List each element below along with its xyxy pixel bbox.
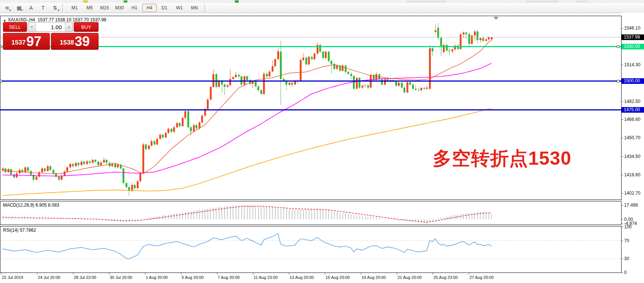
timeframe-D1[interactable]: D1 — [157, 4, 172, 12]
candle-body — [123, 168, 124, 183]
candle-body — [420, 88, 422, 90]
candle-body — [187, 111, 189, 127]
text-box-icon[interactable]: T — [38, 4, 48, 12]
chart-text-annotation[interactable]: 多空转折点1530 — [433, 146, 571, 171]
hline-handle[interactable] — [0, 46, 2, 48]
candle-body — [148, 146, 150, 149]
time-tick-label: 27 Aug 20:00 — [469, 275, 494, 280]
arrange-objects-icon[interactable]: ⇅▾ — [50, 4, 60, 12]
candle-body — [58, 177, 60, 180]
candle-body — [94, 160, 96, 162]
sell-price-pips: 97 — [26, 35, 41, 48]
rsi-indicator-plot[interactable] — [0, 226, 622, 273]
candle-body — [480, 38, 481, 40]
candle-body — [435, 30, 436, 31]
candle-body — [232, 77, 234, 79]
price-badge-1537.98: 1537.98 — [622, 34, 644, 40]
candle-body — [36, 177, 37, 180]
timeframe-M1[interactable]: M1 — [67, 4, 82, 12]
candle-body — [139, 173, 141, 181]
candle-body — [244, 76, 245, 85]
volume-input[interactable]: 1.00 — [36, 22, 65, 31]
buy-button[interactable]: BUY — [74, 22, 99, 32]
price-axis[interactable]: 1546.101514.301482.501466.601450.701434.… — [622, 13, 644, 273]
candle-body — [291, 83, 293, 85]
candle-body — [437, 28, 439, 38]
indicators-icon[interactable]: ≋E — [2, 4, 12, 12]
timeframe-H4[interactable]: H4 — [142, 4, 157, 12]
candle-body — [448, 51, 450, 51]
timeframe-M30[interactable]: M30 — [112, 4, 127, 12]
candle-body — [429, 48, 431, 89]
candle-body — [10, 169, 12, 174]
volume-increase-button[interactable]: ▲ — [65, 22, 73, 31]
timeframe-MN[interactable]: MN — [187, 4, 202, 12]
text-label-icon[interactable]: A — [26, 4, 36, 12]
grid-icon[interactable]: ▦F — [14, 4, 24, 12]
candle-body — [89, 161, 91, 163]
candle-body — [266, 74, 268, 77]
candle-body — [13, 174, 15, 177]
time-tick — [181, 273, 181, 274]
hline-handle[interactable] — [617, 80, 619, 82]
toolbar-fragment — [83, 0, 88, 3]
time-tick — [37, 273, 37, 274]
price-tick-label: 1402.70 — [624, 191, 640, 196]
macd-tick-label: 17.498 — [624, 203, 638, 208]
sell-button[interactable]: SELL — [3, 22, 27, 32]
volume-decrease-button[interactable]: ▼ — [28, 22, 36, 31]
hline-handle[interactable] — [617, 46, 619, 48]
candle-body — [440, 38, 442, 47]
candle-body — [215, 74, 217, 87]
candle-body — [322, 52, 324, 58]
candle-body — [106, 160, 108, 163]
candle-body — [81, 162, 82, 165]
toolbar-fragment — [575, 0, 588, 3]
price-tick-label: 1546.10 — [624, 25, 640, 31]
candle-body — [241, 76, 242, 85]
time-tick-label: 11 Aug 23:00 — [254, 275, 278, 280]
timeframe-M5[interactable]: M5 — [82, 4, 97, 12]
hline-handle[interactable] — [0, 80, 2, 82]
candle-body — [432, 48, 433, 51]
timeframe-M15[interactable]: M15 — [97, 4, 112, 12]
price-badge-1530.00: 1530.00 — [622, 44, 644, 49]
macd-indicator-plot[interactable] — [0, 201, 622, 225]
timeframe-H1[interactable]: H1 — [127, 4, 142, 12]
candle-body — [154, 141, 155, 144]
candle-body — [27, 167, 29, 171]
rsi-tick — [622, 273, 623, 273]
candle-body — [210, 87, 212, 100]
candle-body — [485, 39, 487, 40]
time-axis[interactable]: 22 Jul 201924 Jul 20:0028 Jul 23:0030 Ju… — [0, 273, 622, 283]
candle-body — [482, 38, 484, 41]
candle-body — [41, 168, 43, 172]
candle-body — [277, 51, 279, 60]
candle-body — [300, 60, 302, 80]
candle-body — [463, 33, 465, 34]
candle-body — [314, 54, 315, 59]
candle-body — [44, 168, 46, 171]
ma-slow-line — [3, 108, 492, 196]
sell-price-button[interactable]: 1537 97 — [3, 33, 50, 50]
candle-body — [274, 59, 276, 66]
price-tick-label: 1418.60 — [624, 172, 640, 177]
time-tick — [1, 273, 1, 274]
buy-price-button[interactable]: 1538 39 — [51, 33, 99, 50]
macd-tick — [622, 223, 623, 224]
candle-body — [86, 161, 88, 164]
buy-price-pips: 39 — [75, 35, 90, 48]
candle-body — [409, 82, 411, 85]
time-tick-label: 19 Aug 20:00 — [362, 275, 386, 280]
candle-body — [336, 66, 338, 69]
candle-body — [97, 162, 99, 165]
timeframe-W1[interactable]: W1 — [172, 4, 187, 12]
candle-body — [131, 185, 133, 191]
candle-body — [412, 85, 414, 89]
time-tick — [73, 273, 73, 274]
collapse-panel-icon[interactable]: ▲ — [3, 18, 6, 22]
time-tick-label: 25 Aug 23:00 — [433, 275, 458, 280]
symbol-header[interactable]: ▲XAUUSD-,H4 1537.77 1538.10 1537.70 1537… — [3, 17, 106, 22]
candle-body — [229, 79, 231, 85]
chart-shift-marker-icon[interactable] — [493, 17, 499, 20]
